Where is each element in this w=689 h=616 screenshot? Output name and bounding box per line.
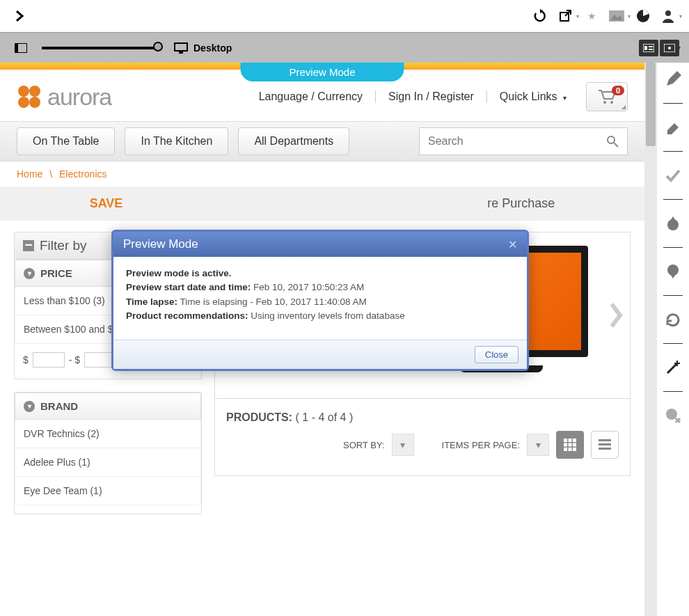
svg-point-17: [29, 97, 40, 108]
browser-toolbar: ▾ ★ ▾ ▾: [0, 0, 689, 32]
svg-rect-33: [599, 448, 611, 450]
svg-point-35: [667, 264, 679, 276]
dialog-header: Preview Mode ✕: [113, 232, 527, 257]
refresh-icon[interactable]: [530, 6, 550, 26]
signin-register-link[interactable]: Sign In / Register: [376, 90, 487, 103]
cart-button[interactable]: 0: [586, 82, 628, 111]
svg-rect-25: [564, 443, 567, 447]
svg-point-19: [610, 101, 613, 104]
layout-btn-1[interactable]: [639, 40, 658, 56]
products-range: ( 1 - 4 of 4 ): [296, 411, 354, 423]
breadcrumb-electronics[interactable]: Electronics: [59, 168, 106, 180]
dialog-footer: Close: [113, 340, 527, 369]
close-icon[interactable]: ✕: [508, 238, 517, 251]
tool-rail: [657, 63, 689, 616]
svg-rect-23: [569, 439, 572, 442]
filter-brand-item[interactable]: Eye Dee Team (1): [15, 477, 201, 505]
cart-badge: 0: [612, 86, 624, 95]
filter-brand-header[interactable]: ▾ BRAND: [15, 393, 201, 420]
svg-rect-9: [644, 46, 647, 50]
forward-icon[interactable]: [10, 6, 29, 26]
preview-mode-dialog: Preview Mode ✕ Preview mode is active. P…: [111, 230, 529, 371]
eraser-icon[interactable]: [665, 119, 681, 136]
layout-btn-2[interactable]: [660, 40, 679, 56]
carousel-next[interactable]: [602, 294, 630, 336]
svg-point-13: [668, 47, 671, 49]
svg-rect-31: [599, 439, 611, 441]
price-min-input[interactable]: [33, 352, 65, 368]
filter-brand-item[interactable]: DVR Technics (2): [15, 420, 201, 448]
open-external-icon[interactable]: [555, 6, 575, 26]
vertical-scrollbar[interactable]: [644, 63, 657, 616]
breadcrumb-home[interactable]: Home: [17, 168, 42, 180]
nav-bar: On The Table In The Kitchen All Departme…: [0, 121, 644, 161]
breadcrumb: Home \ Electronics: [0, 161, 644, 187]
svg-rect-7: [179, 52, 183, 54]
svg-point-15: [29, 86, 40, 97]
dropdown-caret[interactable]: ▾: [628, 13, 631, 19]
quick-links-link[interactable]: Quick Links ▾: [487, 90, 579, 103]
image-icon[interactable]: [607, 6, 626, 26]
logo-text: aurora: [47, 84, 111, 111]
refresh-globe-icon[interactable]: [665, 311, 681, 328]
products-label: PRODUCTS:: [226, 411, 292, 423]
chevron-down-icon: ▾: [24, 401, 35, 412]
svg-line-21: [614, 143, 618, 147]
sort-by-dropdown[interactable]: ▾: [392, 434, 414, 456]
chevron-down-icon: ▾: [24, 268, 35, 279]
desktop-icon: [171, 38, 191, 58]
minus-icon: −: [23, 240, 34, 251]
globe-down-icon[interactable]: [665, 263, 681, 280]
items-per-page-label: ITEMS PER PAGE:: [442, 440, 520, 450]
wand-icon[interactable]: [665, 359, 681, 376]
pie-icon[interactable]: [633, 6, 653, 26]
nav-tab-on-the-table[interactable]: On The Table: [17, 127, 115, 155]
svg-point-14: [18, 86, 29, 97]
svg-rect-24: [573, 439, 576, 442]
filter-brand-item[interactable]: Adelee Plus (1): [15, 448, 201, 477]
search-input[interactable]: [428, 135, 606, 148]
globe-up-icon[interactable]: [665, 215, 681, 232]
svg-rect-27: [573, 443, 576, 447]
check-icon[interactable]: [665, 167, 681, 184]
svg-rect-32: [599, 443, 611, 445]
dropdown-caret[interactable]: ▾: [576, 13, 579, 19]
svg-rect-10: [649, 46, 653, 47]
user-icon[interactable]: [658, 6, 678, 26]
dialog-title: Preview Mode: [123, 237, 198, 251]
search-icon[interactable]: [606, 135, 619, 148]
svg-point-16: [18, 97, 29, 108]
star-icon[interactable]: ★: [582, 6, 601, 26]
products-bar: PRODUCTS: ( 1 - 4 of 4 ) SORT BY: ▾ ITEM…: [214, 399, 631, 476]
device-mode-label: Desktop: [193, 42, 232, 54]
nav-tab-all-departments[interactable]: All Departments: [238, 127, 349, 155]
logo[interactable]: aurora: [17, 84, 111, 111]
promo-headline: SAVE: [90, 196, 123, 210]
zoom-slider[interactable]: [42, 47, 160, 49]
dialog-body: Preview mode is active. Preview start da…: [113, 257, 527, 340]
svg-point-36: [666, 409, 677, 420]
items-per-page-dropdown[interactable]: ▾: [527, 434, 549, 456]
svg-point-3: [665, 10, 671, 16]
close-button[interactable]: Close: [475, 346, 518, 363]
sort-by-label: SORT BY:: [343, 440, 385, 450]
grid-view-button[interactable]: [556, 431, 584, 459]
list-view-button[interactable]: [591, 431, 619, 459]
promo-tail: re Purchase: [487, 196, 555, 210]
nav-tab-in-the-kitchen[interactable]: In The Kitchen: [125, 127, 228, 155]
svg-point-18: [603, 101, 606, 104]
device-bar: Desktop ▾: [0, 32, 689, 63]
chevron-down-icon: ▾: [563, 94, 567, 102]
svg-point-34: [667, 219, 679, 230]
svg-rect-6: [175, 43, 187, 51]
svg-point-20: [608, 136, 615, 143]
logo-icon: [17, 84, 42, 109]
svg-rect-26: [569, 443, 572, 447]
language-currency-link[interactable]: Language / Currency: [246, 90, 376, 103]
dropdown-caret[interactable]: ▾: [678, 45, 681, 51]
globe-x-icon[interactable]: [665, 407, 681, 424]
pencil-icon[interactable]: [665, 71, 681, 88]
panel-icon[interactable]: [11, 38, 31, 58]
dropdown-caret[interactable]: ▾: [679, 13, 682, 19]
search-box[interactable]: [419, 127, 628, 155]
